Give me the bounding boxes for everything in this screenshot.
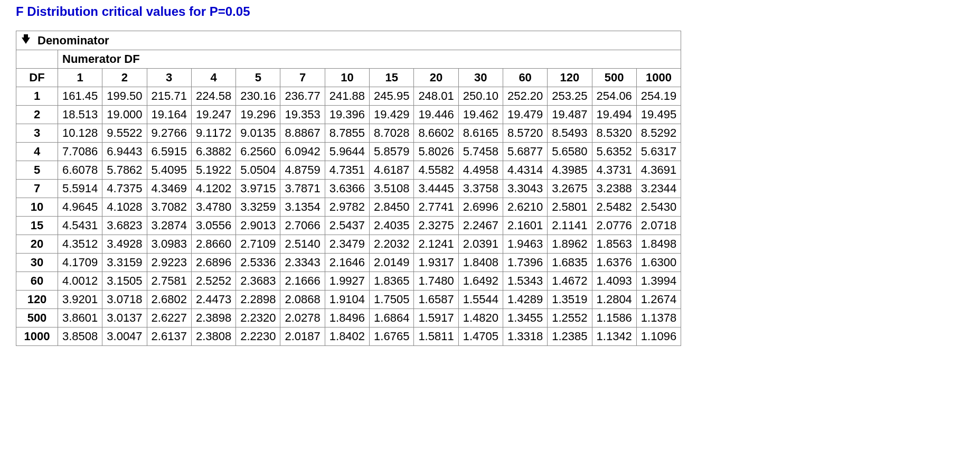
denominator-df-header: 2: [16, 106, 58, 124]
f-value-cell: 2.1601: [503, 217, 547, 235]
f-value-cell: 19.429: [370, 106, 414, 124]
denominator-toggle-cell[interactable]: Denominator: [16, 31, 681, 50]
f-value-cell: 2.9782: [325, 198, 369, 217]
table-row: 1161.45199.50215.71224.58230.16236.77241…: [16, 87, 681, 106]
f-value-cell: 1.1342: [592, 327, 636, 346]
f-value-cell: 3.2874: [147, 217, 191, 235]
f-value-cell: 19.296: [236, 106, 280, 124]
f-value-cell: 4.3691: [636, 161, 681, 180]
table-row: 75.59144.73754.34694.12023.97153.78713.6…: [16, 180, 681, 198]
f-value-cell: 9.2766: [147, 124, 191, 143]
numerator-df-header: 500: [592, 69, 636, 87]
f-value-cell: 2.0391: [458, 235, 503, 254]
f-value-cell: 5.5914: [58, 180, 102, 198]
f-value-cell: 252.20: [503, 87, 547, 106]
f-value-cell: 1.9463: [503, 235, 547, 254]
table-row: 604.00123.15052.75812.52522.36832.16661.…: [16, 272, 681, 291]
f-value-cell: 8.8867: [280, 124, 325, 143]
f-value-cell: 2.5140: [280, 235, 325, 254]
f-value-cell: 3.4928: [102, 235, 147, 254]
numerator-df-header: 5: [236, 69, 280, 87]
f-value-cell: 4.6187: [370, 161, 414, 180]
f-value-cell: 161.45: [58, 87, 102, 106]
f-value-cell: 8.7855: [325, 124, 369, 143]
f-value-cell: 4.4958: [458, 161, 503, 180]
f-value-cell: 18.513: [58, 106, 102, 124]
f-value-cell: 5.9644: [325, 143, 369, 161]
denominator-df-header: 20: [16, 235, 58, 254]
f-value-cell: 1.5811: [414, 327, 458, 346]
f-value-cell: 19.462: [458, 106, 503, 124]
f-value-cell: 4.3512: [58, 235, 102, 254]
f-value-cell: 2.3808: [191, 327, 235, 346]
f-value-cell: 241.88: [325, 87, 369, 106]
f-value-cell: 3.1354: [280, 198, 325, 217]
f-value-cell: 2.5437: [325, 217, 369, 235]
f-value-cell: 2.4473: [191, 291, 235, 309]
f-value-cell: 3.3758: [458, 180, 503, 198]
f-value-cell: 3.3259: [236, 198, 280, 217]
f-value-cell: 1.1378: [636, 309, 681, 327]
f-value-cell: 5.8026: [414, 143, 458, 161]
f-value-cell: 2.2230: [236, 327, 280, 346]
f-value-cell: 19.000: [102, 106, 147, 124]
page-title: F Distribution critical values for P=0.0…: [16, 4, 964, 19]
f-value-cell: 19.487: [548, 106, 592, 124]
f-value-cell: 4.5582: [414, 161, 458, 180]
collapse-down-icon[interactable]: [22, 38, 30, 44]
f-value-cell: 5.6352: [592, 143, 636, 161]
f-value-cell: 3.3043: [503, 180, 547, 198]
f-value-cell: 3.6823: [102, 217, 147, 235]
f-value-cell: 4.1028: [102, 198, 147, 217]
f-value-cell: 4.8759: [280, 161, 325, 180]
f-value-cell: 3.0556: [191, 217, 235, 235]
f-value-cell: 8.6602: [414, 124, 458, 143]
f-value-cell: 9.5522: [102, 124, 147, 143]
f-value-cell: 2.6802: [147, 291, 191, 309]
f-value-cell: 9.0135: [236, 124, 280, 143]
f-value-cell: 254.06: [592, 87, 636, 106]
f-value-cell: 10.128: [58, 124, 102, 143]
blank-cell: [16, 50, 58, 69]
f-value-cell: 1.3519: [548, 291, 592, 309]
denominator-df-header: 3: [16, 124, 58, 143]
f-value-cell: 3.0718: [102, 291, 147, 309]
denominator-label: Denominator: [37, 34, 109, 48]
f-value-cell: 2.2898: [236, 291, 280, 309]
f-value-cell: 3.6366: [325, 180, 369, 198]
f-value-cell: 2.5430: [636, 198, 681, 217]
f-value-cell: 2.0278: [280, 309, 325, 327]
f-value-cell: 3.2388: [592, 180, 636, 198]
f-value-cell: 2.2467: [458, 217, 503, 235]
f-value-cell: 1.9317: [414, 254, 458, 272]
f-value-cell: 6.0942: [280, 143, 325, 161]
f-value-cell: 3.9715: [236, 180, 280, 198]
f-value-cell: 199.50: [102, 87, 147, 106]
f-value-cell: 8.5493: [548, 124, 592, 143]
f-value-cell: 6.2560: [236, 143, 280, 161]
f-value-cell: 3.8508: [58, 327, 102, 346]
f-value-cell: 2.8450: [370, 198, 414, 217]
denominator-df-header: 500: [16, 309, 58, 327]
f-value-cell: 1.3994: [636, 272, 681, 291]
f-value-cell: 6.6078: [58, 161, 102, 180]
f-value-cell: 248.01: [414, 87, 458, 106]
f-value-cell: 4.4314: [503, 161, 547, 180]
f-value-cell: 8.5320: [592, 124, 636, 143]
f-value-cell: 5.1922: [191, 161, 235, 180]
f-value-cell: 4.3985: [548, 161, 592, 180]
f-value-cell: 2.3343: [280, 254, 325, 272]
f-value-cell: 245.95: [370, 87, 414, 106]
f-value-cell: 2.5252: [191, 272, 235, 291]
denominator-df-header: 1: [16, 87, 58, 106]
f-value-cell: 1.7396: [503, 254, 547, 272]
numerator-df-header: 30: [458, 69, 503, 87]
table-row: 5003.86013.01372.62272.38982.23202.02781…: [16, 309, 681, 327]
f-value-cell: 1.2552: [548, 309, 592, 327]
f-value-cell: 5.6317: [636, 143, 681, 161]
f-value-cell: 1.4093: [592, 272, 636, 291]
f-value-cell: 19.247: [191, 106, 235, 124]
f-value-cell: 8.5292: [636, 124, 681, 143]
f-value-cell: 5.4095: [147, 161, 191, 180]
numerator-df-header: 1: [58, 69, 102, 87]
